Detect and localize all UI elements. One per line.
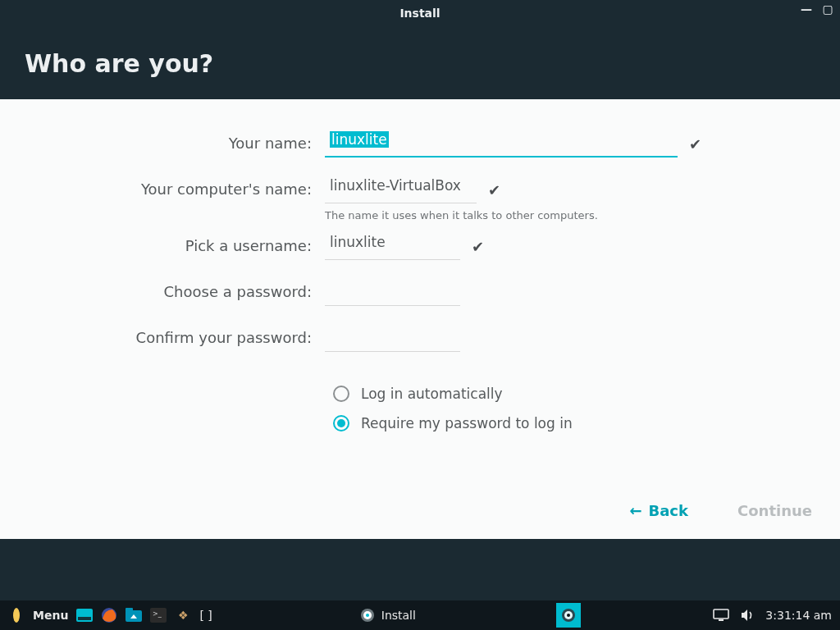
your-name-input[interactable]: linuxlite <box>325 130 678 158</box>
svg-rect-5 <box>126 608 133 612</box>
window-minimize-button[interactable]: — <box>799 3 814 15</box>
radio-checked-icon <box>333 415 349 431</box>
firefox-launcher[interactable] <box>101 607 117 623</box>
installer-icon <box>561 608 576 623</box>
confirm-password-label: Confirm your password: <box>0 322 312 354</box>
username-valid-icon: ✔ <box>472 238 484 255</box>
your-name-value: linuxlite <box>330 131 389 148</box>
svg-point-10 <box>366 614 369 617</box>
username-input[interactable]: linuxlite <box>325 232 460 260</box>
network-indicator[interactable] <box>713 607 729 623</box>
terminal-icon: >_ <box>150 608 167 623</box>
taskbar: Menu >_ ❖ [ ] Install 3:31 <box>0 600 840 630</box>
firefox-icon <box>101 607 117 623</box>
window-titlebar: Install — ▢ <box>0 0 840 26</box>
username-label: Pick a username: <box>0 230 312 262</box>
volume-icon <box>740 608 755 623</box>
volume-indicator[interactable] <box>739 607 756 623</box>
taskbar-entry-install[interactable]: Install <box>352 606 424 624</box>
installer-footer: ← Back Continue <box>629 502 812 519</box>
folder-home-icon <box>126 608 142 623</box>
svg-point-0 <box>13 608 20 623</box>
svg-point-13 <box>567 614 570 617</box>
menu-button[interactable] <box>8 607 25 623</box>
radio-require-password[interactable]: Require my password to log in <box>333 409 840 438</box>
feather-icon <box>11 607 22 623</box>
taskbar-entry-install-active[interactable] <box>556 603 581 628</box>
installer-header: Who are you? <box>0 26 840 99</box>
back-button-label: Back <box>648 502 688 519</box>
window-title: Install <box>399 7 440 20</box>
radio-auto-label: Log in automatically <box>361 386 503 402</box>
arrow-left-icon: ← <box>629 502 641 519</box>
window-maximize-button[interactable]: ▢ <box>820 3 835 15</box>
installer-body: Your name: linuxlite ✔ Your computer's n… <box>0 99 840 539</box>
svg-rect-15 <box>719 619 724 621</box>
svg-rect-2 <box>78 617 91 620</box>
radio-unchecked-icon <box>333 386 349 402</box>
installer-icon <box>360 608 375 623</box>
radio-require-label: Require my password to log in <box>361 415 573 431</box>
svg-rect-14 <box>714 609 728 619</box>
radio-login-automatically[interactable]: Log in automatically <box>333 379 840 409</box>
page-title: Who are you? <box>25 49 815 78</box>
workspace-indicator[interactable]: [ ] <box>199 609 212 622</box>
clock[interactable]: 3:31:14 am <box>765 609 832 622</box>
file-manager-launcher[interactable] <box>126 607 142 623</box>
back-button[interactable]: ← Back <box>629 502 688 519</box>
computer-name-label: Your computer's name: <box>0 173 312 230</box>
desktop-icon <box>76 609 93 622</box>
continue-button[interactable]: Continue <box>737 502 812 519</box>
show-desktop-button[interactable] <box>76 607 93 623</box>
settings-launcher[interactable]: ❖ <box>175 607 191 623</box>
terminal-launcher[interactable]: >_ <box>150 607 167 623</box>
taskbar-entry-install-label: Install <box>381 609 416 622</box>
password-input[interactable] <box>325 278 460 306</box>
computer-name-helper: The name it uses when it talks to other … <box>325 209 598 221</box>
your-name-label: Your name: <box>0 127 312 160</box>
svg-text:>_: >_ <box>153 610 162 618</box>
your-name-valid-icon: ✔ <box>689 135 701 153</box>
menu-label[interactable]: Menu <box>33 609 68 622</box>
confirm-password-input[interactable] <box>325 324 460 352</box>
computer-name-input[interactable]: linuxlite-VirtualBox <box>325 176 477 203</box>
computer-name-valid-icon: ✔ <box>488 181 500 199</box>
password-label: Choose a password: <box>0 276 312 308</box>
monitor-icon <box>713 609 729 622</box>
